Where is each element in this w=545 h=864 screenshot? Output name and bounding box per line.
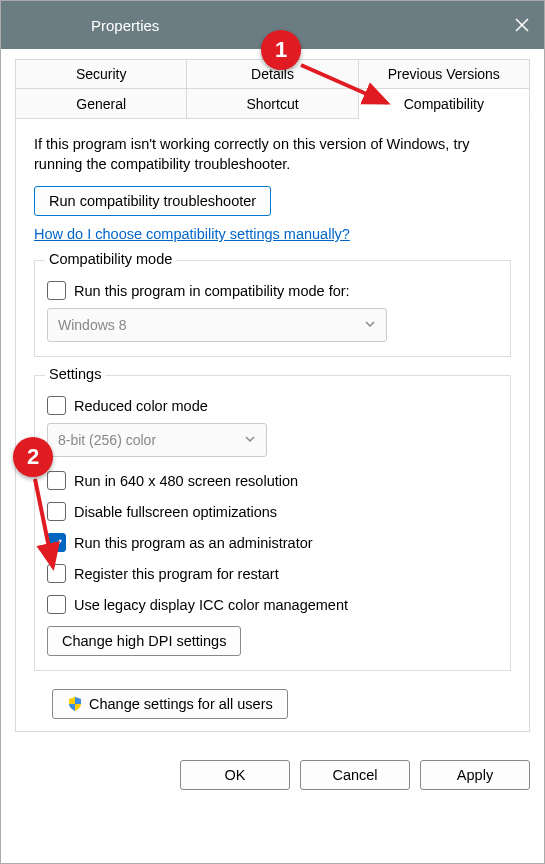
reduced-color-text: Reduced color mode — [74, 398, 208, 414]
compat-mode-checkbox[interactable] — [47, 281, 66, 300]
apply-button[interactable]: Apply — [420, 760, 530, 790]
color-mode-select-value: 8-bit (256) color — [58, 432, 156, 448]
chevron-down-icon — [244, 432, 256, 448]
ok-button[interactable]: OK — [180, 760, 290, 790]
annotation-badge-2: 2 — [13, 437, 53, 477]
settings-label: Settings — [45, 366, 105, 382]
annotation-arrow-1 — [297, 61, 407, 114]
color-mode-select[interactable]: 8-bit (256) color — [47, 423, 267, 457]
tab-general[interactable]: General — [15, 89, 187, 119]
window-title: Properties — [91, 17, 159, 34]
legacy-icc-checkbox[interactable] — [47, 595, 66, 614]
tab-security[interactable]: Security — [15, 59, 187, 89]
disable-fullscreen-text: Disable fullscreen optimizations — [74, 504, 277, 520]
close-button[interactable] — [512, 15, 532, 35]
run-as-admin-text: Run this program as an administrator — [74, 535, 313, 551]
settings-group: Settings Reduced color mode 8-bit (256) … — [34, 375, 511, 671]
change-all-users-button[interactable]: Change settings for all users — [52, 689, 288, 719]
change-all-users-label: Change settings for all users — [89, 696, 273, 712]
manual-settings-link[interactable]: How do I choose compatibility settings m… — [34, 226, 350, 242]
annotation-arrow-2 — [27, 475, 77, 588]
compatibility-mode-group: Compatibility mode Run this program in c… — [34, 260, 511, 357]
annotation-badge-1: 1 — [261, 30, 301, 70]
legacy-icc-text: Use legacy display ICC color management — [74, 597, 348, 613]
compatibility-panel: If this program isn't working correctly … — [15, 119, 530, 732]
compatibility-mode-label: Compatibility mode — [45, 251, 176, 267]
run-troubleshooter-button[interactable]: Run compatibility troubleshooter — [34, 186, 271, 216]
intro-text: If this program isn't working correctly … — [34, 135, 511, 174]
dialog-footer: OK Cancel Apply — [1, 746, 544, 804]
change-dpi-button[interactable]: Change high DPI settings — [47, 626, 241, 656]
run-640x480-text: Run in 640 x 480 screen resolution — [74, 473, 298, 489]
compat-mode-select-value: Windows 8 — [58, 317, 126, 333]
cancel-button[interactable]: Cancel — [300, 760, 410, 790]
register-restart-text: Register this program for restart — [74, 566, 279, 582]
chevron-down-icon — [364, 317, 376, 333]
reduced-color-checkbox[interactable] — [47, 396, 66, 415]
compat-mode-text: Run this program in compatibility mode f… — [74, 283, 350, 299]
shield-icon — [67, 696, 83, 712]
compat-mode-select[interactable]: Windows 8 — [47, 308, 387, 342]
close-icon — [514, 17, 530, 33]
